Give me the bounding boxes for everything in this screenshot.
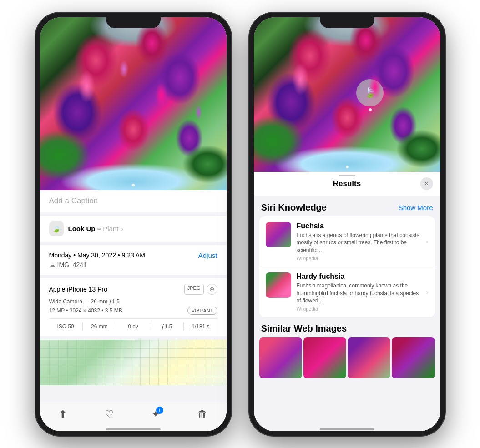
lookup-anchor-dot xyxy=(369,108,372,111)
leaf-icon: 🍃 xyxy=(52,224,61,233)
fuchsia-chevron: › xyxy=(426,238,429,245)
exif-ev: 0 ev xyxy=(116,322,150,331)
exif-row: ISO 50 26 mm 0 ev ƒ1.5 1/181 s xyxy=(49,318,217,331)
siri-knowledge-title: Siri Knowledge xyxy=(261,202,327,213)
hardy-chevron: › xyxy=(426,288,429,296)
exif-iso: ISO 50 xyxy=(49,322,83,331)
left-screen: Add a Caption 🍃 Look Up – Plant › Monday… xyxy=(40,17,227,431)
web-images-grid xyxy=(254,337,440,378)
exif-focal: 26 mm xyxy=(83,322,116,331)
fuchsia-text: Fuchsia Fuchsia is a genus of flowering … xyxy=(297,222,421,261)
adjust-button[interactable]: Adjust xyxy=(198,252,217,259)
lookup-overlay-button[interactable]: 🍃 xyxy=(356,79,384,106)
close-button[interactable]: ✕ xyxy=(420,177,433,190)
info-badge: i xyxy=(156,407,163,414)
fuchsia-thumbnail xyxy=(266,222,291,247)
lookup-label: Look Up – Plant › xyxy=(68,225,123,232)
fuchsia-image xyxy=(40,17,227,190)
device-name: Apple iPhone 13 Pro xyxy=(49,286,107,293)
page-indicator xyxy=(132,184,135,186)
web-images-section: Similar Web Images xyxy=(254,317,440,378)
fuchsia-name: Fuchsia xyxy=(297,222,421,230)
meta-date: Monday • May 30, 2022 • 9:23 AM xyxy=(49,252,145,259)
hardy-thumbnail xyxy=(266,272,291,298)
close-icon: ✕ xyxy=(424,180,429,187)
favorite-button[interactable]: ♡ xyxy=(105,408,114,420)
share-button[interactable]: ⬆ xyxy=(59,408,67,420)
location-badge: ◎ xyxy=(207,284,217,295)
trash-icon: 🗑 xyxy=(197,408,207,420)
caption-area[interactable]: Add a Caption xyxy=(40,190,227,212)
device-badges: JPEG ◎ xyxy=(184,284,217,295)
left-phone: Add a Caption 🍃 Look Up – Plant › Monday… xyxy=(35,13,231,436)
toolbar: ⬆ ♡ ✦ i 🗑 xyxy=(40,403,227,431)
meta-section: Monday • May 30, 2022 • 9:23 AM Adjust ☁… xyxy=(40,245,227,275)
home-indicator-right xyxy=(320,428,374,430)
right-phone: 🍃 Results ✕ Siri Knowledge Show More xyxy=(249,13,445,436)
share-icon: ⬆ xyxy=(59,408,67,420)
format-badge: JPEG xyxy=(184,284,204,295)
knowledge-card: Fuchsia Fuchsia is a genus of flowering … xyxy=(259,216,435,317)
hardy-name: Hardy fuchsia xyxy=(297,272,421,281)
right-photo-area: 🍃 xyxy=(254,17,440,172)
web-images-header: Similar Web Images xyxy=(254,317,440,337)
notch-right xyxy=(320,13,374,28)
meta-filename: ☁ IMG_4241 xyxy=(49,261,217,268)
home-indicator xyxy=(106,428,161,430)
web-image-4[interactable] xyxy=(392,337,435,378)
hardy-description: Fuchsia magellanica, commonly known as t… xyxy=(297,282,421,305)
right-page-indicator xyxy=(346,166,349,168)
delete-button[interactable]: 🗑 xyxy=(197,408,207,420)
lookup-chevron: › xyxy=(121,226,123,232)
exif-shutter: 1/181 s xyxy=(184,322,217,331)
hardy-text: Hardy fuchsia Fuchsia magellanica, commo… xyxy=(297,272,421,312)
web-image-3[interactable] xyxy=(348,337,390,378)
fuchsia-source: Wikipedia xyxy=(297,256,421,261)
results-header: Results ✕ xyxy=(254,172,440,196)
siri-knowledge-header: Siri Knowledge Show More xyxy=(254,196,440,216)
map-area[interactable] xyxy=(40,340,227,385)
camera-specs: Wide Camera — 26 mm ƒ1.5 xyxy=(49,298,217,305)
show-more-button[interactable]: Show More xyxy=(399,204,433,211)
results-panel: Results ✕ Siri Knowledge Show More Fuc xyxy=(254,172,440,431)
knowledge-item-hardy[interactable]: Hardy fuchsia Fuchsia magellanica, commo… xyxy=(259,267,435,317)
caption-placeholder[interactable]: Add a Caption xyxy=(49,196,98,205)
hardy-source: Wikipedia xyxy=(297,306,421,312)
web-image-1[interactable] xyxy=(259,337,302,378)
exif-aperture: ƒ1.5 xyxy=(150,322,184,331)
knowledge-item-fuchsia[interactable]: Fuchsia Fuchsia is a genus of flowering … xyxy=(259,216,435,267)
results-content: Siri Knowledge Show More Fuchsia Fuchsia… xyxy=(254,196,440,431)
lookup-row[interactable]: 🍃 Look Up – Plant › xyxy=(40,216,227,242)
notch xyxy=(106,13,161,28)
lookup-icon: 🍃 xyxy=(49,221,64,236)
photo-area[interactable] xyxy=(40,17,227,190)
fuchsia-description: Fuchsia is a genus of flowering plants t… xyxy=(297,232,421,254)
cloud-icon: ☁ xyxy=(49,261,56,268)
right-screen: 🍃 Results ✕ Siri Knowledge Show More xyxy=(254,17,440,431)
leaf-overlay-icon: 🍃 xyxy=(364,87,376,99)
device-section: Apple iPhone 13 Pro JPEG ◎ Wide Camera —… xyxy=(40,278,227,336)
vibrant-badge: VIBRANT xyxy=(187,307,217,315)
info-button[interactable]: ✦ i xyxy=(152,408,160,420)
info-panel: Add a Caption 🍃 Look Up – Plant › Monday… xyxy=(40,190,227,403)
web-image-2[interactable] xyxy=(303,337,346,378)
heart-icon: ♡ xyxy=(105,408,114,420)
web-images-title: Similar Web Images xyxy=(261,323,347,333)
results-title: Results xyxy=(274,179,420,188)
mp-text: 12 MP • 3024 × 4032 • 3.5 MB xyxy=(49,307,122,314)
drag-handle[interactable] xyxy=(339,175,355,176)
